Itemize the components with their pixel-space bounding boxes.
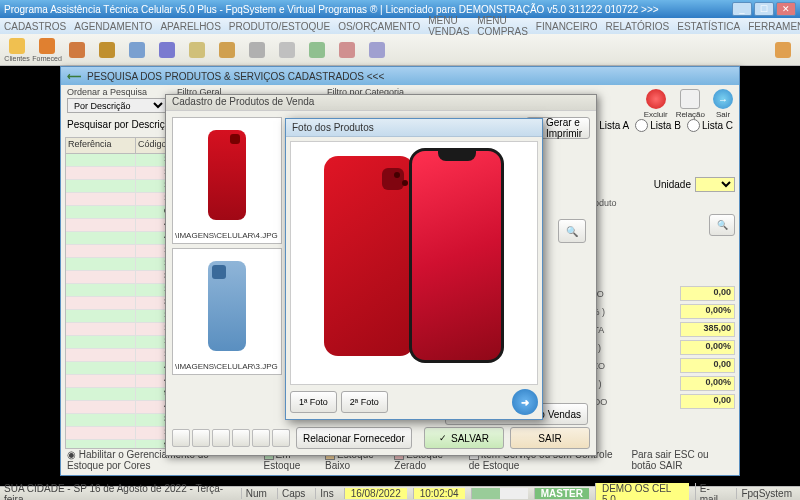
status-city-date: SUA CIDADE - SP 16 de Agosto de 2022 - T… bbox=[4, 483, 229, 501]
menu-financeiro[interactable]: FINANCEIRO bbox=[536, 21, 598, 32]
status-demo: DEMO OS CEL 5.0 bbox=[595, 483, 689, 501]
first-photo-button[interactable]: 1ª Foto bbox=[290, 391, 337, 413]
col-referencia[interactable]: Referência bbox=[66, 138, 136, 153]
unit-label: Unidade bbox=[654, 179, 691, 190]
toolbar-item[interactable] bbox=[364, 37, 390, 63]
phone-red-icon bbox=[208, 130, 246, 220]
save-button[interactable]: ✓ SALVAR bbox=[424, 427, 504, 449]
price-field[interactable]: 385,00 bbox=[680, 322, 735, 337]
report-button[interactable]: Relação bbox=[676, 89, 705, 119]
status-fpq[interactable]: FpqSystem bbox=[736, 488, 796, 499]
tool-button[interactable] bbox=[172, 429, 190, 447]
register-window-title: Cadastro de Produtos de Venda bbox=[166, 95, 596, 111]
toolbar-item[interactable] bbox=[124, 37, 150, 63]
price-field[interactable]: 0,00% bbox=[680, 304, 735, 319]
tool-button[interactable] bbox=[192, 429, 210, 447]
price-field[interactable]: 0,00 bbox=[680, 394, 735, 409]
price-field[interactable]: 0,00 bbox=[680, 358, 735, 373]
search-icon-button[interactable]: 🔍 bbox=[709, 214, 735, 236]
list-c-radio[interactable]: Lista C bbox=[687, 119, 733, 132]
menu-aparelhos[interactable]: APARELHOS bbox=[160, 21, 220, 32]
menu-cadastros[interactable]: CADASTROS bbox=[4, 21, 66, 32]
desktop-area: ⟵ PESQUISA DOS PRODUTOS & SERVIÇOS CADAS… bbox=[0, 66, 800, 486]
toolbar-fornecedores[interactable]: Forneced bbox=[34, 37, 60, 63]
thumbnail-2[interactable]: \IMAGENS\CELULAR\3.JPG bbox=[172, 248, 282, 375]
toolbar-item[interactable] bbox=[334, 37, 360, 63]
app-titlebar: Programa Assistência Técnica Celular v5.… bbox=[0, 0, 800, 18]
app-title: Programa Assistência Técnica Celular v5.… bbox=[4, 4, 659, 15]
main-menu: CADASTROS AGENDAMENTO APARELHOS PRODUTO/… bbox=[0, 18, 800, 34]
link-supplier-button[interactable]: Relacionar Fornecedor bbox=[296, 427, 412, 449]
menu-produto-estoque[interactable]: PRODUTO/ESTOQUE bbox=[229, 21, 330, 32]
menu-agendamento[interactable]: AGENDAMENTO bbox=[74, 21, 152, 32]
status-date: 16/08/2022 bbox=[344, 488, 407, 499]
main-toolbar: Clientes Forneced bbox=[0, 34, 800, 66]
order-label: Ordenar a Pesquisa bbox=[67, 87, 167, 97]
unit-select[interactable] bbox=[695, 177, 735, 192]
delete-button[interactable]: Excluir bbox=[644, 89, 668, 119]
photo-window-title: Foto dos Produtos bbox=[286, 119, 542, 137]
status-email[interactable]: E-mail bbox=[695, 483, 731, 501]
status-bar: SUA CIDADE - SP 16 de Agosto de 2022 - T… bbox=[0, 486, 800, 500]
order-select[interactable]: Por Descrição bbox=[67, 98, 167, 113]
tool-button[interactable] bbox=[272, 429, 290, 447]
thumbnail-1[interactable]: \IMAGENS\CELULAR\4.JPG bbox=[172, 117, 282, 244]
list-b-radio[interactable]: Lista B bbox=[635, 119, 681, 132]
toolbar-item[interactable] bbox=[214, 37, 240, 63]
menu-vendas[interactable]: MENU VENDAS bbox=[428, 15, 469, 37]
product-photo-viewer bbox=[290, 141, 538, 385]
magnifier-button[interactable]: 🔍 bbox=[558, 219, 586, 243]
tool-button[interactable] bbox=[212, 429, 230, 447]
exit-register-button[interactable]: SAIR bbox=[510, 427, 590, 449]
phone-blue-icon bbox=[208, 261, 246, 351]
toolbar-item[interactable] bbox=[154, 37, 180, 63]
status-num: Num bbox=[241, 488, 271, 499]
status-progress bbox=[471, 488, 528, 499]
menu-relatorios[interactable]: RELATÓRIOS bbox=[606, 21, 670, 32]
phone-product-image bbox=[324, 148, 504, 378]
exit-button[interactable]: →Sair bbox=[713, 89, 733, 119]
minimize-button[interactable]: _ bbox=[732, 2, 752, 16]
menu-compras[interactable]: MENU COMPRAS bbox=[477, 15, 528, 37]
price-field[interactable]: 0,00% bbox=[680, 376, 735, 391]
back-icon[interactable]: ⟵ bbox=[67, 71, 81, 82]
status-ins: Ins bbox=[315, 488, 337, 499]
tool-button[interactable] bbox=[232, 429, 250, 447]
price-field[interactable]: 0,00% bbox=[680, 340, 735, 355]
status-time: 10:02:04 bbox=[413, 488, 465, 499]
search-label: Pesquisar por Descrição bbox=[67, 119, 176, 130]
close-button[interactable]: ✕ bbox=[776, 2, 796, 16]
toolbar-exit[interactable] bbox=[770, 37, 796, 63]
toolbar-item[interactable] bbox=[64, 37, 90, 63]
status-master: MASTER bbox=[534, 488, 589, 499]
menu-estatistica[interactable]: ESTATÍSTICA bbox=[677, 21, 740, 32]
menu-os-orcamento[interactable]: OS/ORÇAMENTO bbox=[338, 21, 420, 32]
toolbar-item[interactable] bbox=[184, 37, 210, 63]
second-photo-button[interactable]: 2ª Foto bbox=[341, 391, 388, 413]
esc-hint: Para sair ESC ou botão SAIR bbox=[631, 449, 733, 471]
toolbar-item[interactable] bbox=[94, 37, 120, 63]
toolbar-item[interactable] bbox=[244, 37, 270, 63]
maximize-button[interactable]: ☐ bbox=[754, 2, 774, 16]
product-photo-window: Foto dos Produtos 1ª Foto 2ª Foto ➜ bbox=[285, 118, 543, 420]
toolbar-clientes[interactable]: Clientes bbox=[4, 37, 30, 63]
status-caps: Caps bbox=[277, 488, 309, 499]
price-field[interactable]: 0,00 bbox=[680, 286, 735, 301]
toolbar-item[interactable] bbox=[304, 37, 330, 63]
toolbar-item[interactable] bbox=[274, 37, 300, 63]
search-window-title: ⟵ PESQUISA DOS PRODUTOS & SERVIÇOS CADAS… bbox=[61, 67, 739, 85]
tool-button[interactable] bbox=[252, 429, 270, 447]
menu-ferramentas[interactable]: FERRAMENTAS bbox=[748, 21, 800, 32]
mini-toolbar bbox=[172, 429, 290, 447]
next-photo-button[interactable]: ➜ bbox=[512, 389, 538, 415]
